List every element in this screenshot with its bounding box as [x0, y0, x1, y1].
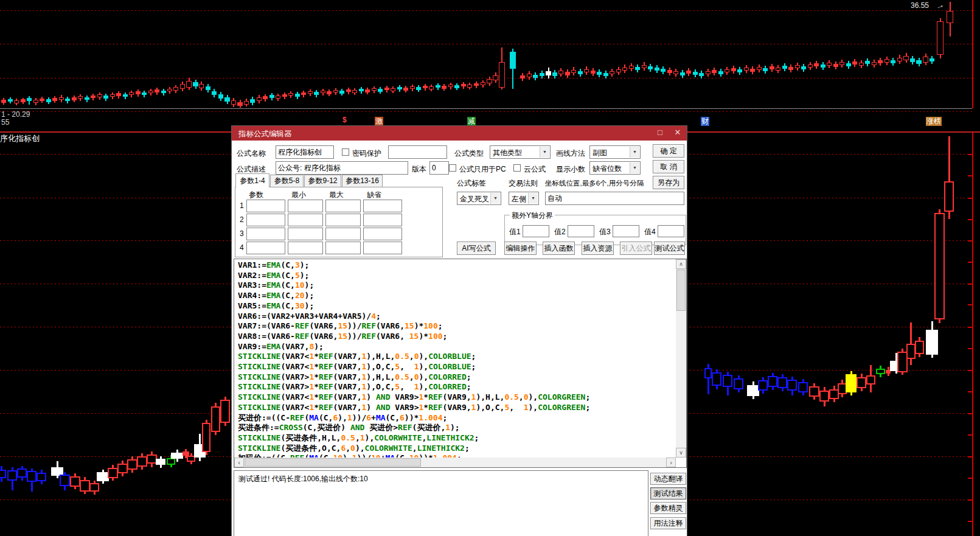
candle	[1, 100, 6, 103]
dropdown-arrow-icon[interactable]: ▼	[528, 193, 538, 204]
pc-only-checkbox[interactable]	[449, 164, 456, 172]
test-result-button[interactable]: 测试结果	[650, 487, 686, 499]
tag-select[interactable]: 金叉死叉 ▼	[457, 192, 501, 205]
coord-label: 坐标线位置,最多6个,用分号分隔	[545, 179, 644, 188]
edit-ops-button[interactable]: 编辑操作	[504, 242, 537, 255]
ok-button[interactable]: 确 定	[653, 144, 684, 158]
candle	[520, 75, 525, 78]
tab-params-5-8[interactable]: 参数5-8	[270, 175, 304, 187]
dropdown-arrow-icon[interactable]: ▼	[540, 147, 549, 158]
candle	[391, 88, 395, 91]
cancel-button[interactable]: 取 消	[653, 160, 684, 173]
param-input[interactable]	[288, 200, 323, 212]
param-input[interactable]	[288, 228, 323, 240]
scroll-down-icon[interactable]: ∨	[676, 448, 686, 458]
candle	[680, 72, 685, 75]
value4-input[interactable]	[658, 225, 684, 237]
candle	[193, 82, 198, 86]
scroll-right-icon[interactable]: ›	[666, 458, 676, 467]
candle	[155, 89, 159, 92]
param-input[interactable]	[325, 228, 361, 240]
candle	[610, 71, 614, 74]
dropdown-arrow-icon[interactable]: ▼	[630, 162, 639, 173]
param-input[interactable]	[363, 242, 402, 254]
vscroll-thumb[interactable]	[676, 270, 686, 311]
param-input[interactable]	[325, 200, 361, 212]
tab-params-1-4[interactable]: 参数1-4	[235, 173, 269, 187]
insert-function-button[interactable]: 插入函数	[543, 242, 575, 255]
dialog-titlebar[interactable]: 指标公式编辑器 □ ✕	[232, 126, 687, 141]
code-editor[interactable]: VAR1:=EMA(C,3);VAR2:=EMA(C,5);VAR3:=EMA(…	[234, 259, 687, 468]
hscroll-thumb[interactable]	[245, 458, 421, 467]
param-input[interactable]	[246, 200, 285, 212]
tab-params-13-16[interactable]: 参数13-16	[342, 175, 383, 187]
tag-label: 公式标签	[457, 178, 486, 189]
candle	[211, 406, 220, 432]
scroll-up-icon[interactable]: ∧	[676, 259, 686, 269]
tab-params-9-12[interactable]: 参数9-12	[304, 175, 341, 187]
param-input[interactable]	[363, 200, 402, 212]
code-area[interactable]: VAR1:=EMA(C,3);VAR2:=EMA(C,5);VAR3:=EMA(…	[238, 260, 673, 458]
code-line: VAR7:=(VAR6-REF(VAR6,15))/REF(VAR6,15)*1…	[238, 321, 673, 332]
param-input[interactable]	[325, 214, 361, 226]
cloud-checkbox[interactable]	[513, 164, 521, 172]
param-wizard-button[interactable]: 参数精灵	[650, 502, 686, 514]
candle	[65, 99, 70, 101]
draw-method-value: 副图	[593, 148, 607, 158]
param-input[interactable]	[363, 214, 402, 226]
rule-select[interactable]: 左侧 ▼	[509, 192, 539, 205]
code-line: STICKLINE(VAR7<1*REF(VAR7,1) AND VAR9>1*…	[238, 403, 673, 413]
candle	[846, 374, 857, 392]
candle	[801, 66, 806, 69]
dropdown-arrow-icon[interactable]: ▼	[490, 193, 500, 204]
candle	[36, 473, 46, 481]
param-input[interactable]	[288, 214, 323, 226]
formula-desc-input[interactable]	[276, 161, 408, 175]
save-as-button[interactable]: 另存为	[653, 176, 684, 189]
pc-only-label: 公式只用于PC	[459, 164, 506, 175]
candle	[308, 91, 313, 94]
candle	[857, 377, 866, 388]
maximize-icon[interactable]: □	[655, 128, 665, 137]
candle	[136, 91, 141, 94]
formula-name-input[interactable]	[276, 145, 334, 159]
dynamic-translate-button[interactable]: 动态翻译	[650, 473, 686, 485]
code-hscrollbar[interactable]: ‹ ›	[234, 458, 676, 467]
code-vscrollbar[interactable]: ∧ ∨	[676, 259, 686, 458]
axis-tick	[968, 327, 972, 328]
test-formula-button[interactable]: 测试公式	[654, 242, 685, 255]
candle	[436, 85, 440, 88]
candle	[224, 97, 230, 102]
usage-notes-button[interactable]: 用法注释	[650, 517, 686, 529]
candle	[461, 84, 466, 86]
param-input[interactable]	[325, 242, 361, 254]
insert-resource-button[interactable]: 插入资源	[582, 242, 614, 255]
code-line: VAR1:=EMA(C,3);	[238, 260, 673, 271]
scroll-left-icon[interactable]: ‹	[234, 458, 244, 467]
param-input[interactable]	[246, 242, 285, 254]
param-input[interactable]	[288, 242, 323, 254]
decimal-select[interactable]: 缺省位数 ▼	[589, 161, 641, 175]
candle	[142, 92, 147, 95]
version-input[interactable]	[429, 161, 449, 175]
value3-input[interactable]	[613, 225, 639, 237]
candle	[365, 89, 370, 92]
password-input[interactable]	[388, 145, 447, 159]
chart-marker: 涨榜	[926, 117, 942, 126]
close-icon[interactable]: ✕	[673, 128, 683, 137]
coord-input[interactable]	[545, 192, 684, 205]
formula-type-select[interactable]: 其他类型 ▼	[490, 145, 551, 159]
param-input[interactable]	[363, 228, 402, 240]
candle	[8, 99, 13, 102]
value1-input[interactable]	[523, 225, 549, 237]
code-line: VAR8:=(VAR6-REF(VAR6,15))/REF(VAR6, 15)*…	[238, 332, 673, 342]
candle	[167, 458, 175, 465]
password-checkbox[interactable]	[342, 148, 349, 156]
candle	[876, 369, 885, 374]
param-input[interactable]	[246, 228, 285, 240]
ai-formula-button[interactable]: AI写公式	[457, 242, 496, 255]
param-input[interactable]	[246, 214, 285, 226]
value2-input[interactable]	[568, 225, 594, 237]
draw-method-select[interactable]: 副图 ▼	[589, 145, 641, 159]
dropdown-arrow-icon[interactable]: ▼	[630, 147, 639, 158]
